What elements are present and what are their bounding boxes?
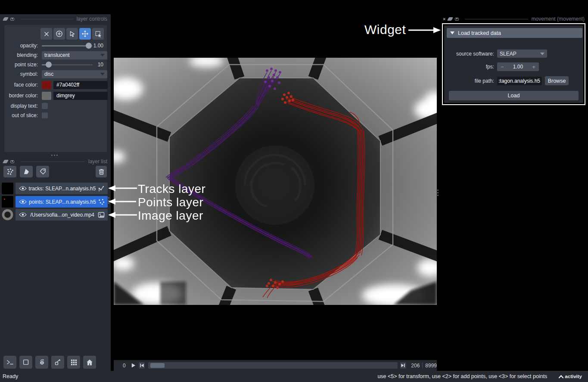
dims-axis-label[interactable]: 0 bbox=[123, 363, 126, 369]
dock-resize-handle[interactable] bbox=[437, 189, 439, 196]
blending-value: translucent bbox=[44, 52, 70, 58]
opacity-slider-handle[interactable] bbox=[86, 43, 92, 49]
movement-widget: Load tracked data source software: SLEAP… bbox=[442, 23, 585, 105]
frame-slider-handle[interactable] bbox=[150, 363, 165, 368]
layer-row-tracks[interactable]: tracks: SLEAP...n.analysis.h5 bbox=[0, 183, 111, 194]
new-points-layer-button[interactable] bbox=[3, 166, 16, 177]
out-of-slice-label: out of slice: bbox=[8, 112, 38, 118]
chevron-down-icon bbox=[100, 54, 105, 56]
movement-dock-title: movement (movement) bbox=[532, 16, 585, 22]
hide-panel-icon[interactable] bbox=[3, 17, 9, 21]
source-software-dropdown[interactable]: SLEAP bbox=[497, 50, 547, 58]
new-shapes-layer-button[interactable] bbox=[20, 166, 33, 177]
layer-name: points: SLEAP...n.analysis.h5 bbox=[27, 199, 98, 205]
point-size-value: 10 bbox=[93, 62, 103, 68]
increment-icon[interactable]: + bbox=[529, 64, 539, 70]
source-software-label: source software: bbox=[447, 51, 494, 57]
annotation-widget-arrow bbox=[408, 27, 441, 34]
border-color-input[interactable]: dimgrey bbox=[53, 92, 108, 100]
file-path-input[interactable]: octagon.analysis.h5 bbox=[497, 77, 542, 85]
decrement-icon[interactable]: − bbox=[497, 64, 507, 70]
transpose-dimensions-button[interactable] bbox=[51, 356, 64, 369]
jump-to-end-button[interactable] bbox=[400, 362, 407, 369]
delete-layer-button[interactable] bbox=[96, 166, 107, 177]
annotation-image-arrow bbox=[108, 211, 137, 218]
display-text-checkbox[interactable] bbox=[42, 103, 48, 109]
panel-resize-handle[interactable] bbox=[51, 155, 58, 156]
float-panel-icon[interactable] bbox=[455, 18, 459, 21]
hide-panel-icon[interactable] bbox=[3, 160, 9, 163]
left-dock: layer controls bbox=[0, 14, 111, 371]
layer-thumbnail bbox=[2, 196, 13, 208]
movement-dock-header: × movement (movement) bbox=[439, 16, 588, 22]
out-of-slice-checkbox[interactable] bbox=[42, 112, 48, 118]
blending-label: blending: bbox=[8, 52, 38, 58]
point-size-label: point size: bbox=[8, 62, 38, 68]
layer-thumbnail bbox=[2, 209, 13, 221]
status-message: Ready bbox=[3, 373, 18, 379]
symbol-value: disc bbox=[44, 71, 53, 77]
jump-to-start-button[interactable] bbox=[139, 362, 145, 369]
face-color-label: face color: bbox=[8, 82, 38, 88]
opacity-slider[interactable] bbox=[42, 42, 93, 50]
border-color-label: border color: bbox=[8, 93, 38, 99]
annotation-widget: Widget bbox=[364, 22, 406, 37]
collapse-triangle-icon bbox=[450, 31, 454, 34]
layer-row-image[interactable]: /Users/sofia...on_video.mp4 bbox=[0, 209, 111, 221]
home-button[interactable] bbox=[83, 356, 96, 369]
points-layer-icon bbox=[98, 199, 105, 205]
file-path-value: octagon.analysis.h5 bbox=[499, 78, 540, 84]
load-tracked-data-section[interactable]: Load tracked data bbox=[447, 28, 582, 38]
face-color-value: #7a0402ff bbox=[56, 82, 79, 88]
opacity-value: 1.00 bbox=[93, 43, 103, 49]
status-help-text: use <5> for transform, use <2> for add p… bbox=[377, 373, 547, 379]
display-text-label: display text: bbox=[8, 103, 38, 109]
opacity-label: opacity: bbox=[8, 43, 38, 49]
add-points-button[interactable] bbox=[53, 28, 65, 40]
point-size-slider[interactable] bbox=[42, 61, 93, 68]
layer-list-title: layer list bbox=[88, 158, 107, 165]
grid-view-button[interactable] bbox=[67, 356, 80, 369]
activity-button[interactable]: activity bbox=[558, 374, 582, 379]
visibility-eye-icon[interactable] bbox=[19, 212, 27, 217]
new-labels-layer-button[interactable] bbox=[36, 166, 49, 177]
blending-dropdown[interactable]: translucent bbox=[42, 51, 107, 59]
float-panel-icon[interactable] bbox=[10, 160, 14, 163]
visibility-eye-icon[interactable] bbox=[19, 186, 27, 191]
load-button[interactable]: Load bbox=[449, 91, 579, 100]
face-color-input[interactable]: #7a0402ff bbox=[53, 81, 108, 89]
select-points-button[interactable] bbox=[66, 28, 78, 40]
current-frame: 206 bbox=[411, 363, 420, 369]
console-button[interactable] bbox=[3, 356, 16, 369]
browse-button[interactable]: Browse bbox=[545, 76, 569, 85]
frame-slider[interactable] bbox=[148, 362, 397, 369]
layer-controls-header: layer controls bbox=[0, 16, 111, 22]
layer-row-points[interactable]: points: SLEAP...n.analysis.h5 bbox=[0, 196, 111, 208]
video-frame bbox=[114, 58, 437, 305]
browse-button-label: Browse bbox=[548, 78, 566, 84]
face-color-swatch[interactable] bbox=[42, 81, 51, 89]
symbol-dropdown[interactable]: disc bbox=[42, 70, 107, 78]
point-size-slider-handle[interactable] bbox=[46, 62, 52, 68]
divider bbox=[422, 363, 423, 368]
play-button[interactable] bbox=[131, 363, 136, 368]
right-dock: × movement (movement) Load tracked data … bbox=[439, 14, 588, 371]
roll-dimensions-button[interactable] bbox=[35, 356, 48, 369]
hide-panel-icon[interactable] bbox=[447, 17, 453, 21]
border-color-swatch[interactable] bbox=[42, 92, 51, 100]
image-layer-icon bbox=[98, 212, 105, 218]
float-panel-icon[interactable] bbox=[10, 18, 14, 21]
transform-button[interactable] bbox=[92, 28, 104, 40]
fps-spinbox[interactable]: − 1.00 + bbox=[497, 62, 539, 71]
fps-value: 1.00 bbox=[507, 64, 529, 70]
delete-points-button[interactable] bbox=[40, 28, 52, 40]
divider bbox=[20, 19, 73, 19]
pan-zoom-button[interactable] bbox=[79, 28, 91, 40]
visibility-eye-icon[interactable] bbox=[19, 199, 27, 205]
layer-list-header: layer list bbox=[0, 158, 111, 165]
layer-thumbnail bbox=[2, 183, 13, 194]
ndisplay-toggle-button[interactable] bbox=[19, 356, 32, 369]
chevron-down-icon bbox=[540, 53, 544, 55]
file-path-label: file path: bbox=[447, 78, 494, 84]
close-panel-icon[interactable]: × bbox=[443, 17, 445, 21]
